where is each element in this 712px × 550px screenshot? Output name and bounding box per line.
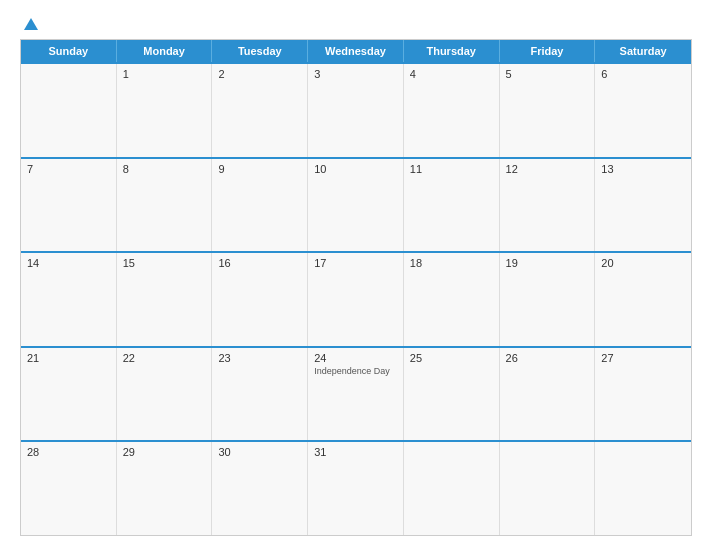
week-row-2: 78910111213 — [21, 157, 691, 252]
cal-cell: 31 — [308, 442, 404, 535]
holiday-label: Independence Day — [314, 366, 397, 377]
day-number: 29 — [123, 446, 206, 458]
cal-cell: 16 — [212, 253, 308, 346]
week-row-4: 21222324Independence Day252627 — [21, 346, 691, 441]
cal-cell: 22 — [117, 348, 213, 441]
header-day-tuesday: Tuesday — [212, 40, 308, 62]
cal-cell: 18 — [404, 253, 500, 346]
day-number: 5 — [506, 68, 589, 80]
cal-cell: 10 — [308, 159, 404, 252]
week-row-3: 14151617181920 — [21, 251, 691, 346]
day-number: 10 — [314, 163, 397, 175]
cal-cell: 29 — [117, 442, 213, 535]
cal-cell: 3 — [308, 64, 404, 157]
week-row-5: 28293031 — [21, 440, 691, 535]
day-number: 19 — [506, 257, 589, 269]
header-day-monday: Monday — [117, 40, 213, 62]
header-day-thursday: Thursday — [404, 40, 500, 62]
cal-cell: 7 — [21, 159, 117, 252]
cal-cell: 1 — [117, 64, 213, 157]
cal-cell: 28 — [21, 442, 117, 535]
day-number: 3 — [314, 68, 397, 80]
cal-cell: 24Independence Day — [308, 348, 404, 441]
day-number: 8 — [123, 163, 206, 175]
day-number: 31 — [314, 446, 397, 458]
page-header — [20, 18, 692, 31]
day-number: 17 — [314, 257, 397, 269]
header-day-wednesday: Wednesday — [308, 40, 404, 62]
day-number: 28 — [27, 446, 110, 458]
header-day-saturday: Saturday — [595, 40, 691, 62]
cal-cell: 30 — [212, 442, 308, 535]
calendar-header-row: SundayMondayTuesdayWednesdayThursdayFrid… — [21, 40, 691, 62]
cal-cell: 6 — [595, 64, 691, 157]
cal-cell: 14 — [21, 253, 117, 346]
cal-cell: 12 — [500, 159, 596, 252]
day-number: 15 — [123, 257, 206, 269]
cal-cell: 21 — [21, 348, 117, 441]
cal-cell: 9 — [212, 159, 308, 252]
day-number: 1 — [123, 68, 206, 80]
cal-cell: 5 — [500, 64, 596, 157]
day-number: 4 — [410, 68, 493, 80]
cal-cell — [500, 442, 596, 535]
country-label — [632, 18, 692, 22]
header-day-friday: Friday — [500, 40, 596, 62]
header-day-sunday: Sunday — [21, 40, 117, 62]
day-number: 26 — [506, 352, 589, 364]
calendar-body: 123456789101112131415161718192021222324I… — [21, 62, 691, 535]
day-number: 24 — [314, 352, 397, 364]
day-number: 7 — [27, 163, 110, 175]
day-number: 22 — [123, 352, 206, 364]
day-number: 27 — [601, 352, 685, 364]
logo-triangle-icon — [24, 18, 38, 30]
day-number: 21 — [27, 352, 110, 364]
cal-cell: 8 — [117, 159, 213, 252]
day-number: 25 — [410, 352, 493, 364]
day-number: 9 — [218, 163, 301, 175]
cal-cell: 25 — [404, 348, 500, 441]
day-number: 13 — [601, 163, 685, 175]
day-number: 20 — [601, 257, 685, 269]
cal-cell: 26 — [500, 348, 596, 441]
cal-cell — [595, 442, 691, 535]
cal-cell — [404, 442, 500, 535]
cal-cell: 23 — [212, 348, 308, 441]
calendar-grid: SundayMondayTuesdayWednesdayThursdayFrid… — [20, 39, 692, 536]
cal-cell — [21, 64, 117, 157]
day-number: 6 — [601, 68, 685, 80]
day-number: 2 — [218, 68, 301, 80]
cal-cell: 17 — [308, 253, 404, 346]
cal-cell: 11 — [404, 159, 500, 252]
logo — [20, 18, 38, 31]
day-number: 30 — [218, 446, 301, 458]
day-number: 16 — [218, 257, 301, 269]
day-number: 12 — [506, 163, 589, 175]
cal-cell: 27 — [595, 348, 691, 441]
cal-cell: 15 — [117, 253, 213, 346]
day-number: 18 — [410, 257, 493, 269]
calendar-page: SundayMondayTuesdayWednesdayThursdayFrid… — [0, 0, 712, 550]
week-row-1: 123456 — [21, 62, 691, 157]
day-number: 23 — [218, 352, 301, 364]
cal-cell: 2 — [212, 64, 308, 157]
day-number: 14 — [27, 257, 110, 269]
cal-cell: 13 — [595, 159, 691, 252]
cal-cell: 20 — [595, 253, 691, 346]
logo-blue-row — [20, 18, 38, 31]
cal-cell: 4 — [404, 64, 500, 157]
day-number: 11 — [410, 163, 493, 175]
cal-cell: 19 — [500, 253, 596, 346]
